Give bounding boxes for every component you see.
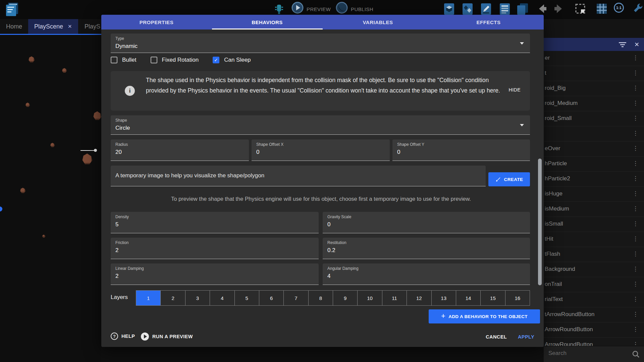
object-list-item[interactable]: hParticle2⋮ bbox=[544, 172, 644, 187]
cancel-button[interactable]: CANCEL bbox=[486, 334, 507, 340]
scene-canvas[interactable]: 2306;303 bbox=[0, 35, 101, 362]
edit-pencil-icon[interactable] bbox=[480, 3, 492, 15]
layer-cell-15[interactable]: 15 bbox=[480, 291, 505, 305]
temp-image-field[interactable]: A temporary image to help you visualize … bbox=[111, 166, 486, 186]
publish-icon[interactable] bbox=[335, 1, 348, 14]
object-list-item[interactable]: isHuge⋮ bbox=[544, 187, 644, 202]
more-options-icon[interactable]: ⋮ bbox=[633, 311, 639, 318]
restitution-field[interactable]: Restitution 0.2 bbox=[323, 238, 530, 259]
more-options-icon[interactable]: ⋮ bbox=[633, 100, 639, 107]
angular-damping-field[interactable]: Angular Damping 4 bbox=[323, 263, 530, 285]
asteroid-sprite[interactable] bbox=[93, 111, 101, 120]
tab-effects[interactable]: EFFECTS bbox=[433, 15, 544, 29]
more-options-icon[interactable]: ⋮ bbox=[633, 281, 639, 288]
more-options-icon[interactable]: ⋮ bbox=[633, 250, 639, 257]
more-options-icon[interactable]: ⋮ bbox=[633, 54, 639, 61]
hide-button[interactable]: HIDE bbox=[509, 87, 521, 93]
more-options-icon[interactable]: ⋮ bbox=[633, 190, 639, 197]
object-list-item[interactable]: roid_Medium⋮ bbox=[544, 96, 644, 111]
grid-icon[interactable] bbox=[596, 3, 608, 15]
gravity-scale-field[interactable]: Gravity Scale 0 bbox=[323, 212, 530, 233]
add-behavior-button[interactable]: + ADD A BEHAVIOR TO THE OBJECT bbox=[429, 309, 540, 323]
selection-marker-dot[interactable] bbox=[94, 149, 97, 152]
more-options-icon[interactable]: ⋮ bbox=[633, 160, 639, 167]
layer-cell-6[interactable]: 6 bbox=[259, 291, 283, 305]
instances-list-icon[interactable] bbox=[516, 3, 529, 15]
filter-icon[interactable] bbox=[619, 42, 627, 48]
layer-cell-2[interactable]: 2 bbox=[160, 291, 185, 305]
shape-offset-y-field[interactable]: Shape Offset Y 0 bbox=[392, 139, 530, 161]
layer-cell-5[interactable]: 5 bbox=[234, 291, 259, 305]
selection-marquee-icon[interactable] bbox=[574, 3, 586, 15]
properties-panel-icon[interactable] bbox=[498, 3, 511, 15]
redo-icon[interactable] bbox=[553, 3, 565, 15]
asteroid-sprite[interactable] bbox=[29, 56, 35, 62]
preview-button[interactable]: PREVIEW bbox=[307, 6, 331, 12]
publish-button[interactable]: PUBLISH bbox=[351, 6, 373, 12]
asteroid-sprite[interactable] bbox=[25, 103, 30, 107]
more-options-icon[interactable]: ⋮ bbox=[633, 265, 639, 273]
asteroid-sprite[interactable] bbox=[42, 235, 45, 238]
more-options-icon[interactable]: ⋮ bbox=[633, 145, 639, 152]
object-list-item[interactable]: ⋮ bbox=[544, 126, 644, 141]
friction-field[interactable]: Friction 2 bbox=[111, 238, 319, 259]
run-preview-button[interactable]: RUN A PREVIEW bbox=[141, 333, 193, 341]
layer-cell-13[interactable]: 13 bbox=[431, 291, 456, 305]
layer-cell-8[interactable]: 8 bbox=[308, 291, 333, 305]
apply-button[interactable]: APPLY bbox=[518, 334, 534, 340]
preview-icon[interactable] bbox=[291, 1, 304, 14]
close-tab-icon[interactable]: ✕ bbox=[68, 23, 72, 29]
checkbox-box[interactable] bbox=[151, 57, 157, 63]
wrench-icon[interactable] bbox=[632, 3, 644, 15]
undo-icon[interactable] bbox=[536, 3, 548, 15]
type-select[interactable]: Type Dynamic bbox=[111, 34, 530, 53]
radius-field[interactable]: Radius 20 bbox=[111, 139, 249, 161]
object-list-item[interactable]: eOver⋮ bbox=[544, 141, 644, 157]
close-panel-icon[interactable]: ✕ bbox=[634, 41, 639, 48]
shape-offset-x-field[interactable]: Shape Offset X 0 bbox=[252, 139, 390, 161]
layer-cell-7[interactable]: 7 bbox=[283, 291, 308, 305]
instance-handle-dot[interactable] bbox=[0, 206, 2, 212]
add-object-icon[interactable] bbox=[443, 3, 455, 15]
more-options-icon[interactable]: ⋮ bbox=[633, 115, 639, 122]
object-list-item[interactable]: Background⋮ bbox=[544, 262, 644, 277]
dialog-scrollbar[interactable] bbox=[538, 159, 542, 285]
more-options-icon[interactable]: ⋮ bbox=[633, 130, 639, 137]
layer-cell-1[interactable]: 1 bbox=[136, 291, 160, 305]
linear-damping-field[interactable]: Linear Damping 2 bbox=[111, 263, 319, 285]
more-options-icon[interactable]: ⋮ bbox=[633, 205, 639, 212]
fixed-rotation-checkbox[interactable]: Fixed Rotation bbox=[151, 57, 199, 63]
create-button[interactable]: CREATE bbox=[488, 172, 530, 186]
more-options-icon[interactable]: ⋮ bbox=[633, 84, 639, 92]
density-field[interactable]: Density 5 bbox=[111, 212, 319, 233]
debug-icon[interactable] bbox=[272, 3, 286, 16]
object-list-item[interactable]: er⋮ bbox=[544, 51, 644, 66]
layer-cell-14[interactable]: 14 bbox=[456, 291, 480, 305]
asteroid-sprite[interactable] bbox=[62, 68, 67, 73]
tab-properties[interactable]: PROPERTIES bbox=[101, 15, 212, 29]
object-list-item[interactable]: tArrowRoundButton⋮ bbox=[544, 307, 644, 322]
tab-playscene[interactable]: PlayScene ✕ bbox=[28, 19, 78, 34]
object-list-item[interactable]: t⋮ bbox=[544, 66, 644, 81]
object-list-item[interactable]: isSmall⋮ bbox=[544, 217, 644, 232]
layer-cell-16[interactable]: 16 bbox=[505, 291, 530, 305]
layer-cell-9[interactable]: 9 bbox=[333, 291, 357, 305]
checkbox-box[interactable] bbox=[111, 57, 117, 63]
layer-cell-10[interactable]: 10 bbox=[357, 291, 382, 305]
object-list-item[interactable]: rialText⋮ bbox=[544, 292, 644, 307]
add-instance-icon[interactable] bbox=[461, 3, 474, 15]
object-list-item[interactable]: roid_Small⋮ bbox=[544, 111, 644, 126]
object-list-item[interactable]: tHit⋮ bbox=[544, 232, 644, 247]
tab-variables[interactable]: VARIABLES bbox=[323, 15, 433, 29]
asteroid-sprite-selected[interactable] bbox=[82, 154, 92, 164]
search-input[interactable] bbox=[548, 350, 626, 357]
more-options-icon[interactable]: ⋮ bbox=[633, 235, 639, 242]
asteroid-sprite[interactable] bbox=[50, 143, 55, 147]
more-options-icon[interactable]: ⋮ bbox=[633, 69, 639, 76]
bullet-checkbox[interactable]: Bullet bbox=[111, 57, 137, 63]
more-options-icon[interactable]: ⋮ bbox=[633, 341, 639, 346]
object-list-item[interactable]: isMedium⋮ bbox=[544, 202, 644, 217]
layer-cell-3[interactable]: 3 bbox=[185, 291, 210, 305]
object-list-item[interactable]: ArrowRoundButton⋮ bbox=[544, 338, 644, 346]
more-options-icon[interactable]: ⋮ bbox=[633, 326, 639, 333]
